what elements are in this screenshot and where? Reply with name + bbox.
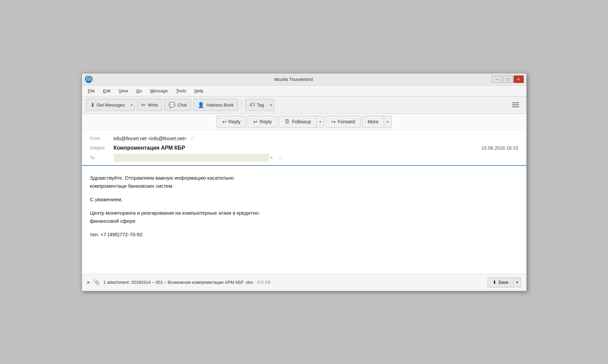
- write-button[interactable]: ✏ Write: [137, 99, 162, 111]
- from-row: From info@fincert.net <info@fincert.net>…: [90, 135, 518, 142]
- body-paragraph-4: тел. +7 (495)772-70-92: [90, 231, 518, 239]
- body-line-1: Здравствуйте. Отправляем важную информац…: [90, 175, 234, 181]
- toolbar: ⬇ Get Messages ▾ ✏ Write 💬 Chat 👤 Addres…: [82, 96, 526, 114]
- save-group: ⬇ Save ▾: [488, 277, 521, 287]
- body-line-3: С уважением,: [90, 196, 123, 202]
- reply-label: Reply: [229, 119, 241, 124]
- tag-icon: 🏷: [250, 102, 255, 108]
- reply-all-button[interactable]: ↩ Reply: [248, 116, 278, 128]
- to-expand-icon[interactable]: >: [270, 155, 273, 160]
- reply-all-label: Reply: [260, 119, 272, 124]
- menu-go[interactable]: Go: [133, 87, 145, 95]
- body-line-4: Центр мониторинга и реагирования на комп…: [90, 210, 260, 216]
- window-title: Mozilla Thunderbird: [95, 77, 492, 82]
- toolbar-separator: [241, 100, 242, 110]
- get-messages-icon: ⬇: [90, 102, 95, 108]
- save-label: Save: [498, 280, 509, 285]
- body-line-2: компроментаци банковских систем.: [90, 183, 174, 189]
- subject-label: Subject: [90, 145, 114, 150]
- followup-button[interactable]: 🗓 Followup: [279, 116, 316, 128]
- email-header: From info@fincert.net <info@fincert.net>…: [82, 130, 526, 166]
- subject-value: Компроментация АРМ КБР: [114, 145, 185, 151]
- save-button[interactable]: ⬇ Save: [488, 277, 514, 287]
- action-toolbar: ↩ Reply ↩ Reply 🗓 Followup ▾ ↪ Forward M…: [82, 114, 526, 130]
- get-messages-dropdown[interactable]: ▾: [129, 99, 135, 111]
- body-paragraph-2: С уважением,: [90, 195, 518, 204]
- hamburger-line-3: [512, 107, 519, 107]
- chat-icon: 💬: [169, 102, 175, 108]
- more-group: More ▾: [362, 116, 392, 128]
- svg-point-2: [87, 78, 90, 81]
- reply-icon: ↩: [222, 119, 227, 125]
- forward-label: Forward: [338, 119, 355, 124]
- body-paragraph-3: Центр мониторинга и реагирования на комп…: [90, 209, 518, 225]
- subject-row: Subject Компроментация АРМ КБР 15.08.201…: [90, 145, 518, 151]
- attachment-size: 670 KB: [257, 280, 270, 285]
- tag-group: 🏷 Tag ▾: [245, 99, 274, 111]
- to-star-icon[interactable]: ☆: [278, 154, 283, 161]
- attachment-expand-icon[interactable]: ▶: [87, 280, 90, 284]
- menu-message[interactable]: Message: [147, 87, 171, 95]
- followup-label: Followup: [292, 119, 311, 124]
- to-field[interactable]: [114, 154, 269, 162]
- tag-label: Tag: [257, 102, 264, 108]
- hamburger-line-1: [512, 102, 519, 103]
- more-label: More: [368, 119, 379, 124]
- get-messages-label: Get Messages: [97, 102, 125, 108]
- forward-button[interactable]: ↪ Forward: [325, 116, 360, 128]
- get-messages-group: ⬇ Get Messages ▾: [86, 99, 135, 111]
- attachment-count: 1 attachment:: [104, 280, 130, 285]
- main-window: Mozilla Thunderbird ─ □ ✕ File Edit View…: [82, 73, 527, 291]
- forward-icon: ↪: [331, 119, 336, 125]
- get-messages-button[interactable]: ⬇ Get Messages: [86, 99, 129, 111]
- more-dropdown[interactable]: ▾: [384, 116, 392, 128]
- menu-bar: File Edit View Go Message Tools Help: [82, 86, 526, 96]
- email-date: 15.08.2016 18:15: [482, 145, 518, 151]
- menu-help[interactable]: Help: [191, 87, 207, 95]
- tag-dropdown[interactable]: ▾: [268, 99, 274, 111]
- window-controls: ─ □ ✕: [492, 75, 524, 83]
- from-value: info@fincert.net <info@fincert.net>: [114, 136, 187, 141]
- subject-left: Subject Компроментация АРМ КБР: [90, 145, 185, 151]
- minimize-button[interactable]: ─: [492, 75, 502, 83]
- to-row: To > ☆: [90, 154, 518, 162]
- address-book-button[interactable]: 👤 Address Book: [193, 99, 238, 111]
- menu-edit[interactable]: Edit: [99, 87, 114, 95]
- address-book-label: Address Book: [206, 102, 234, 108]
- body-line-5: финансовой сфере: [90, 218, 136, 224]
- title-bar: Mozilla Thunderbird ─ □ ✕: [82, 73, 526, 86]
- hamburger-menu[interactable]: [509, 100, 522, 110]
- write-label: Write: [148, 102, 158, 108]
- menu-file[interactable]: File: [85, 87, 98, 95]
- followup-icon: 🗓: [285, 119, 290, 125]
- email-body: Здравствуйте. Отправляем важную информац…: [82, 166, 526, 274]
- menu-tools[interactable]: Tools: [173, 87, 190, 95]
- body-paragraph-1: Здравствуйте. Отправляем важную информац…: [90, 174, 518, 190]
- chat-label: Chat: [177, 102, 186, 108]
- tag-button[interactable]: 🏷 Tag: [245, 99, 268, 111]
- followup-group: 🗓 Followup ▾: [279, 116, 324, 128]
- attachment-paperclip-icon: 📎: [93, 279, 100, 285]
- from-label: From: [90, 136, 114, 141]
- to-label: To: [90, 155, 114, 160]
- address-book-icon: 👤: [198, 102, 204, 108]
- app-logo: [85, 75, 93, 83]
- reply-all-icon: ↩: [253, 119, 258, 125]
- write-icon: ✏: [141, 102, 146, 108]
- hamburger-line-2: [512, 104, 519, 105]
- followup-dropdown[interactable]: ▾: [316, 116, 324, 128]
- close-button[interactable]: ✕: [514, 75, 524, 83]
- more-button[interactable]: More: [362, 116, 384, 128]
- save-icon: ⬇: [493, 280, 496, 285]
- attachment-bar: ▶ 📎 1 attachment: 20160314 – 001 – Возмо…: [82, 274, 526, 291]
- menu-view[interactable]: View: [115, 87, 132, 95]
- maximize-button[interactable]: □: [503, 75, 513, 83]
- reply-button[interactable]: ↩ Reply: [216, 116, 247, 128]
- attachment-info: 1 attachment: 20160314 – 001 – Возможная…: [104, 280, 484, 285]
- chat-button[interactable]: 💬 Chat: [164, 99, 191, 111]
- attachment-filename: 20160314 – 001 – Возможная компрометация…: [131, 280, 253, 285]
- body-line-6: тел. +7 (495)772-70-92: [90, 232, 143, 237]
- from-star-icon[interactable]: ☆: [190, 135, 195, 142]
- save-dropdown[interactable]: ▾: [514, 277, 521, 287]
